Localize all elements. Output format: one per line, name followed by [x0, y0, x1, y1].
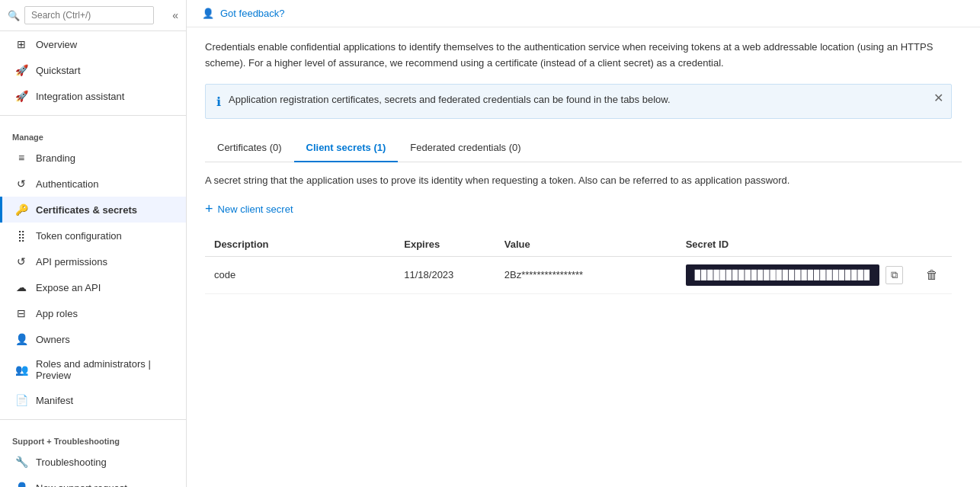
- nav-authentication-label: Authentication: [36, 178, 98, 190]
- nav-quickstart[interactable]: 🚀 Quickstart: [0, 57, 186, 83]
- nav-branding[interactable]: ≡ Branding: [0, 145, 186, 171]
- nav-quickstart-label: Quickstart: [36, 65, 81, 76]
- search-icon: 🔍: [8, 10, 20, 21]
- nav-token-configuration[interactable]: ⣿ Token configuration: [0, 223, 186, 248]
- sidebar: 🔍 « ⊞ Overview 🚀 Quickstart 🚀 Integratio…: [0, 0, 187, 487]
- secrets-table: Description Expires Value Secret ID code…: [205, 232, 952, 294]
- row-delete-cell: 🗑: [912, 256, 952, 293]
- new-support-request-icon: 👤: [14, 481, 28, 487]
- token-configuration-icon: ⣿: [14, 229, 28, 242]
- column-expires: Expires: [395, 232, 495, 257]
- app-roles-icon: ⊟: [14, 306, 28, 320]
- manage-divider: [0, 115, 186, 116]
- nav-certificates-secrets[interactable]: 🔑 Certificates & secrets: [0, 197, 186, 223]
- troubleshooting-icon: 🔧: [14, 455, 28, 469]
- search-input[interactable]: [24, 6, 154, 24]
- tab-certificates[interactable]: Certificates (0): [205, 134, 294, 162]
- column-secret-id: Secret ID: [677, 232, 912, 257]
- info-banner-text: Application registration certificates, s…: [229, 94, 940, 105]
- nav-token-configuration-label: Token configuration: [36, 230, 122, 242]
- support-section-header: Support + Troubleshooting: [0, 426, 186, 449]
- api-permissions-icon: ↺: [14, 255, 28, 268]
- quickstart-icon: 🚀: [14, 63, 28, 77]
- nav-new-support-request[interactable]: 👤 New support request: [0, 475, 186, 487]
- row-description: code: [205, 256, 395, 293]
- authentication-icon: ↺: [14, 177, 28, 191]
- delete-secret-button[interactable]: 🗑: [921, 265, 943, 285]
- row-secret-id-cell: ████████████████████████████ ⧉: [677, 256, 912, 293]
- nav-overview-label: Overview: [36, 39, 77, 50]
- tabs-container: Certificates (0) Client secrets (1) Fede…: [205, 134, 962, 162]
- manifest-icon: 📄: [14, 393, 28, 407]
- nav-api-permissions-label: API permissions: [36, 256, 107, 268]
- certificates-secrets-icon: 🔑: [14, 203, 28, 216]
- manage-section-header: Manage: [0, 122, 186, 145]
- integration-assistant-icon: 🚀: [14, 89, 28, 103]
- tab-certificates-label: Certificates (0): [217, 142, 282, 153]
- sidebar-search-container: 🔍 «: [0, 0, 186, 31]
- secret-id-redacted: ████████████████████████████: [686, 264, 879, 286]
- nav-integration-assistant-label: Integration assistant: [36, 91, 124, 102]
- nav-api-permissions[interactable]: ↺ API permissions: [0, 248, 186, 274]
- nav-roles-administrators[interactable]: 👥 Roles and administrators | Preview: [0, 352, 186, 387]
- nav-app-roles-label: App roles: [36, 308, 78, 319]
- feedback-bar[interactable]: 👤 Got feedback?: [187, 0, 980, 27]
- roles-administrators-icon: 👥: [14, 363, 28, 376]
- tab-federated-credentials-label: Federated credentials (0): [410, 142, 520, 153]
- expose-api-icon: ☁: [14, 280, 28, 294]
- info-banner-close-button[interactable]: ✕: [934, 91, 943, 105]
- nav-authentication[interactable]: ↺ Authentication: [0, 171, 186, 197]
- nav-troubleshooting[interactable]: 🔧 Troubleshooting: [0, 449, 186, 475]
- info-banner: ℹ Application registration certificates,…: [205, 84, 952, 119]
- feedback-icon: 👤: [202, 8, 214, 19]
- row-expires: 11/18/2023: [395, 256, 495, 293]
- tab-federated-credentials[interactable]: Federated credentials (0): [398, 134, 533, 162]
- copy-secret-id-button[interactable]: ⧉: [886, 266, 903, 284]
- nav-manifest-label: Manifest: [36, 395, 73, 406]
- owners-icon: 👤: [14, 332, 28, 346]
- collapse-sidebar-button[interactable]: «: [172, 9, 178, 21]
- column-actions: [912, 232, 952, 257]
- content-body: Credentials enable confidential applicat…: [187, 27, 980, 306]
- nav-certificates-secrets-label: Certificates & secrets: [36, 204, 137, 216]
- feedback-label: Got feedback?: [220, 8, 285, 19]
- overview-icon: ⊞: [14, 37, 28, 51]
- nav-roles-administrators-label: Roles and administrators | Preview: [36, 358, 174, 381]
- nav-owners[interactable]: 👤 Owners: [0, 326, 186, 352]
- table-header-row: Description Expires Value Secret ID: [205, 232, 952, 257]
- nav-new-support-request-label: New support request: [36, 482, 127, 488]
- page-description: Credentials enable confidential applicat…: [205, 40, 952, 72]
- tab-client-secrets-label: Client secrets (1): [306, 142, 386, 153]
- row-value: 2Bz****************: [495, 256, 677, 293]
- add-secret-button[interactable]: + New client secret: [205, 198, 293, 220]
- secret-id-container: ████████████████████████████ ⧉: [686, 264, 903, 286]
- main-content: 👤 Got feedback? Credentials enable confi…: [187, 0, 980, 487]
- nav-integration-assistant[interactable]: 🚀 Integration assistant: [0, 83, 186, 109]
- nav-overview[interactable]: ⊞ Overview: [0, 31, 186, 57]
- nav-owners-label: Owners: [36, 334, 70, 345]
- add-secret-label: New client secret: [218, 203, 293, 215]
- branding-icon: ≡: [14, 151, 28, 165]
- tab-description: A secret string that the application use…: [205, 175, 891, 186]
- info-icon: ℹ: [216, 95, 221, 109]
- column-value: Value: [495, 232, 677, 257]
- add-secret-plus-icon: +: [205, 201, 213, 217]
- nav-app-roles[interactable]: ⊟ App roles: [0, 300, 186, 326]
- nav-expose-an-api[interactable]: ☁ Expose an API: [0, 274, 186, 300]
- tab-client-secrets[interactable]: Client secrets (1): [294, 134, 399, 162]
- support-divider: [0, 419, 186, 420]
- table-row: code 11/18/2023 2Bz**************** ████…: [205, 256, 952, 293]
- nav-expose-api-label: Expose an API: [36, 282, 101, 293]
- column-description: Description: [205, 232, 395, 257]
- nav-branding-label: Branding: [36, 152, 75, 164]
- nav-manifest[interactable]: 📄 Manifest: [0, 387, 186, 413]
- nav-troubleshooting-label: Troubleshooting: [36, 457, 107, 468]
